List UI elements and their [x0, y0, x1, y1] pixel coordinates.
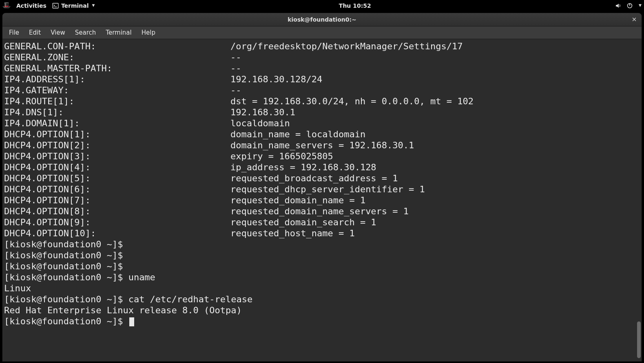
terminal-line: IP4.GATEWAY:-- — [4, 85, 639, 96]
terminal-line: IP4.DOMAIN[1]:localdomain — [4, 118, 639, 129]
terminal-line: IP4.ADDRESS[1]:192.168.30.128/24 — [4, 74, 639, 85]
terminal-window: kiosk@foundation0:~ ✕ File Edit View Sea… — [2, 13, 642, 361]
terminal-line: [kiosk@foundation0 ~]$ uname — [4, 272, 639, 283]
terminal-viewport[interactable]: GENERAL.CON-PATH:/org/freedesktop/Networ… — [2, 39, 642, 361]
terminal-line: IP4.DNS[1]:192.168.30.1 — [4, 107, 639, 118]
terminal-output: GENERAL.CON-PATH:/org/freedesktop/Networ… — [4, 41, 639, 239]
window-close-button[interactable]: ✕ — [629, 15, 639, 24]
terminal-line: GENERAL.ZONE:-- — [4, 52, 639, 63]
scrollbar-thumb[interactable] — [637, 321, 641, 358]
activities-button[interactable]: Activities — [16, 2, 46, 9]
terminal-line: DHCP4.OPTION[4]:ip_address = 192.168.30.… — [4, 162, 639, 173]
terminal-line: Red Hat Enterprise Linux release 8.0 (Oo… — [4, 305, 639, 316]
terminal-menubar: File Edit View Search Terminal Help — [2, 26, 642, 39]
distro-logo-icon: 🎩 — [2, 2, 11, 9]
terminal-line: DHCP4.OPTION[7]:requested_domain_name = … — [4, 195, 639, 206]
terminal-line: Linux — [4, 283, 639, 294]
terminal-line: DHCP4.OPTION[3]:expiry = 1665025805 — [4, 151, 639, 162]
terminal-line: DHCP4.OPTION[9]:requested_domain_search … — [4, 217, 639, 228]
menu-search[interactable]: Search — [71, 28, 100, 37]
menu-view[interactable]: View — [46, 28, 69, 37]
menu-help[interactable]: Help — [137, 28, 159, 37]
terminal-line: DHCP4.OPTION[6]:requested_dhcp_server_id… — [4, 184, 639, 195]
menu-file[interactable]: File — [5, 28, 23, 37]
terminal-cursor — [129, 317, 134, 326]
terminal-line: GENERAL.CON-PATH:/org/freedesktop/Networ… — [4, 41, 639, 52]
app-menu-button[interactable]: Terminal ▼ — [52, 2, 95, 9]
terminal-line: IP4.ROUTE[1]:dst = 192.168.30.0/24, nh =… — [4, 96, 639, 107]
close-icon: ✕ — [632, 16, 637, 23]
terminal-output-tail: [kiosk@foundation0 ~]$ [kiosk@foundation… — [4, 239, 639, 316]
terminal-line: DHCP4.OPTION[10]:requested_host_name = 1 — [4, 228, 639, 239]
terminal-app-icon — [52, 2, 59, 9]
terminal-line: [kiosk@foundation0 ~]$ — [4, 250, 639, 261]
terminal-line: [kiosk@foundation0 ~]$ cat /etc/redhat-r… — [4, 294, 639, 305]
menu-edit[interactable]: Edit — [25, 28, 45, 37]
panel-clock[interactable]: Thu 10:52 — [95, 2, 615, 9]
svg-rect-0 — [53, 3, 58, 8]
menu-terminal[interactable]: Terminal — [102, 28, 135, 37]
volume-icon[interactable] — [615, 2, 622, 9]
terminal-line: DHCP4.OPTION[5]:requested_broadcast_addr… — [4, 173, 639, 184]
chevron-down-icon: ▼ — [92, 4, 95, 7]
terminal-line: [kiosk@foundation0 ~]$ — [4, 261, 639, 272]
terminal-line: GENERAL.MASTER-PATH:-- — [4, 63, 639, 74]
window-titlebar[interactable]: kiosk@foundation0:~ ✕ — [2, 13, 642, 26]
terminal-line: DHCP4.OPTION[1]:domain_name = localdomai… — [4, 129, 639, 140]
system-menu-chevron-icon[interactable]: ▼ — [639, 4, 642, 7]
window-title: kiosk@foundation0:~ — [288, 16, 356, 23]
terminal-prompt: [kiosk@foundation0 ~]$ — [4, 316, 128, 326]
power-icon[interactable] — [626, 2, 633, 9]
terminal-line: [kiosk@foundation0 ~]$ — [4, 239, 639, 250]
terminal-line: DHCP4.OPTION[8]:requested_domain_name_se… — [4, 206, 639, 217]
gnome-top-panel: 🎩 Activities Terminal ▼ Thu 10:52 ▼ — [0, 0, 644, 11]
app-menu-label: Terminal — [61, 2, 89, 9]
terminal-scrollbar[interactable] — [637, 64, 641, 358]
terminal-line: DHCP4.OPTION[2]:domain_name_servers = 19… — [4, 140, 639, 151]
